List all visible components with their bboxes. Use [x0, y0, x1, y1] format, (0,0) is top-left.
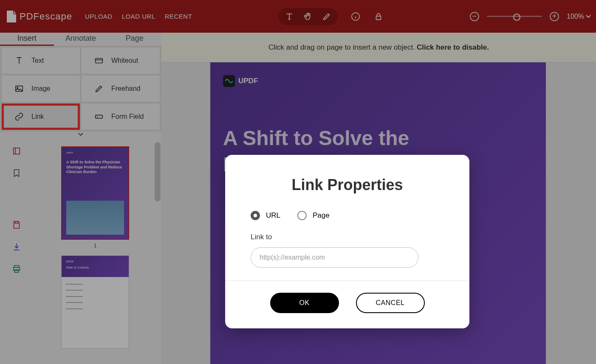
radio-url[interactable]	[251, 211, 260, 220]
radio-url-option[interactable]: URL	[251, 211, 280, 220]
ok-button[interactable]: OK	[270, 293, 339, 313]
radio-page[interactable]	[297, 211, 307, 220]
dialog-footer: OK CANCEL	[225, 280, 469, 328]
link-properties-dialog: Link Properties URL Page Link to OK CANC…	[225, 155, 469, 328]
link-url-input[interactable]	[251, 247, 418, 268]
cancel-button[interactable]: CANCEL	[356, 293, 425, 313]
link-type-radios: URL Page	[251, 211, 444, 220]
dialog-title: Link Properties	[225, 155, 469, 211]
radio-page-option[interactable]: Page	[297, 211, 330, 220]
dialog-body: URL Page Link to	[225, 211, 469, 280]
link-to-label: Link to	[251, 233, 444, 241]
